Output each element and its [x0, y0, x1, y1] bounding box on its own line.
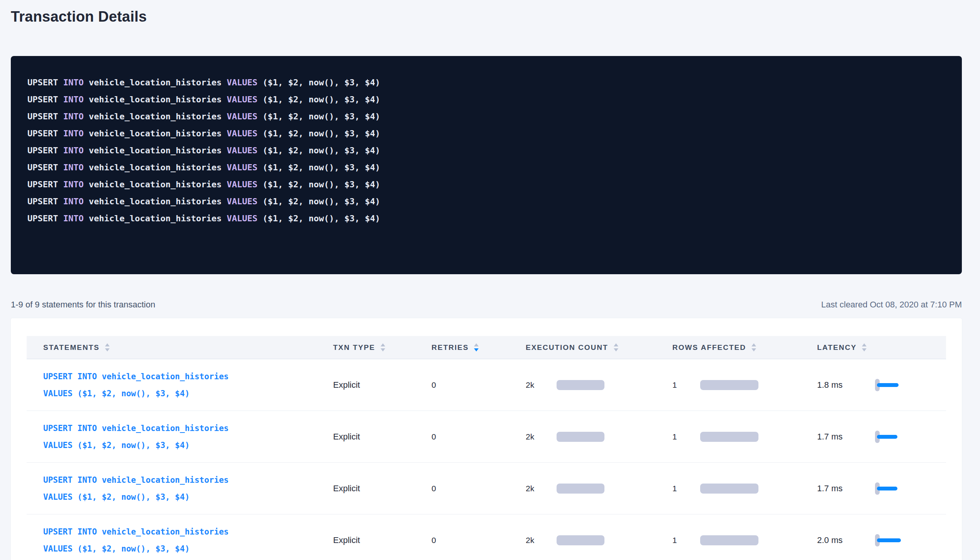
page-title: Transaction Details	[11, 8, 962, 25]
retries-value: 0	[432, 484, 436, 493]
statements-meta-row: 1-9 of 9 statements for this transaction…	[11, 300, 962, 310]
column-header-label: STATEMENTS	[43, 343, 100, 352]
sql-statement-line: UPSERT INTO vehicle_location_histories V…	[27, 210, 954, 227]
rows-affected-bar	[700, 535, 758, 545]
sql-statement-line: UPSERT INTO vehicle_location_histories V…	[27, 108, 954, 125]
sort-icons	[105, 343, 110, 351]
statement-link[interactable]: UPSERT INTO vehicle_location_historiesVA…	[43, 420, 228, 454]
sql-statement-line: UPSERT INTO vehicle_location_histories V…	[27, 125, 954, 142]
statement-link[interactable]: UPSERT INTO vehicle_location_historiesVA…	[43, 472, 228, 506]
sort-icons	[862, 343, 867, 351]
latency-cell: 1.8 ms	[817, 378, 946, 392]
sort-desc-icon	[105, 348, 110, 351]
execution-count-bar	[557, 484, 604, 494]
latency-bar-chart	[875, 430, 906, 443]
last-cleared-text: Last cleared Oct 08, 2020 at 7:10 PM	[821, 300, 962, 310]
rows-affected-cell: 1	[671, 484, 817, 494]
sql-statement-line: UPSERT INTO vehicle_location_histories V…	[27, 176, 954, 193]
statements-table-card: STATEMENTS TXN TYPE RETRIES EXECUTION CO…	[11, 318, 962, 560]
table-row: UPSERT INTO vehicle_location_historiesVA…	[27, 411, 946, 463]
retries-value: 0	[432, 536, 436, 545]
latency-bar	[877, 538, 901, 542]
latency-bar-chart	[875, 534, 906, 547]
rows-affected-value: 1	[672, 536, 677, 545]
rows-affected-cell: 1	[671, 432, 817, 442]
retries-value: 0	[432, 432, 436, 441]
column-header-label: EXECUTION COUNT	[526, 343, 608, 352]
statements-table-body: UPSERT INTO vehicle_location_historiesVA…	[27, 359, 946, 560]
column-header-rows-affected[interactable]: ROWS AFFECTED	[671, 343, 817, 352]
table-row: UPSERT INTO vehicle_location_historiesVA…	[27, 514, 946, 560]
latency-bar-chart	[875, 482, 906, 495]
execution-count-value: 2k	[526, 484, 534, 493]
sort-desc-icon	[614, 348, 618, 351]
txn-type-value: Explicit	[333, 380, 360, 390]
execution-count-value: 2k	[526, 536, 534, 545]
sql-statement-line: UPSERT INTO vehicle_location_histories V…	[27, 159, 954, 176]
execution-count-cell: 2k	[526, 380, 671, 390]
execution-count-cell: 2k	[526, 484, 671, 494]
retries-cell: 0	[430, 535, 526, 545]
statements-table-header: STATEMENTS TXN TYPE RETRIES EXECUTION CO…	[27, 336, 946, 359]
retries-cell: 0	[430, 432, 526, 442]
column-header-statements[interactable]: STATEMENTS	[27, 343, 333, 352]
latency-bar-chart	[875, 378, 906, 392]
txn-type-cell: Explicit	[333, 432, 430, 442]
txn-type-value: Explicit	[333, 484, 360, 493]
txn-type-cell: Explicit	[333, 380, 430, 390]
statement-cell: UPSERT INTO vehicle_location_historiesVA…	[27, 523, 333, 557]
execution-count-bar	[557, 380, 604, 390]
column-header-latency[interactable]: LATENCY	[817, 343, 946, 352]
statement-link[interactable]: UPSERT INTO vehicle_location_historiesVA…	[43, 368, 228, 402]
statements-table: STATEMENTS TXN TYPE RETRIES EXECUTION CO…	[27, 336, 946, 560]
rows-affected-value: 1	[672, 484, 677, 493]
statement-cell: UPSERT INTO vehicle_location_historiesVA…	[27, 420, 333, 454]
execution-count-bar	[557, 432, 604, 442]
execution-count-cell: 2k	[526, 535, 671, 545]
column-header-label: RETRIES	[432, 343, 469, 352]
statement-count-text: 1-9 of 9 statements for this transaction	[11, 300, 155, 310]
latency-value: 2.0 ms	[817, 535, 875, 545]
latency-value: 1.8 ms	[817, 380, 875, 390]
rows-affected-value: 1	[672, 380, 677, 390]
sort-asc-icon	[752, 343, 756, 346]
latency-bar	[877, 383, 899, 387]
retries-cell: 0	[430, 484, 526, 494]
sql-statement-line: UPSERT INTO vehicle_location_histories V…	[27, 74, 954, 91]
latency-value: 1.7 ms	[817, 432, 875, 442]
rows-affected-cell: 1	[671, 380, 817, 390]
latency-value: 1.7 ms	[817, 484, 875, 494]
latency-bar	[877, 487, 897, 490]
sort-desc-icon	[474, 348, 479, 351]
column-header-label: ROWS AFFECTED	[672, 343, 746, 352]
execution-count-bar	[557, 535, 604, 545]
rows-affected-value: 1	[672, 432, 677, 441]
sort-icons	[474, 343, 479, 351]
column-header-txn-type[interactable]: TXN TYPE	[333, 343, 430, 352]
execution-count-value: 2k	[526, 380, 534, 390]
sort-icons	[752, 343, 756, 351]
latency-bar	[877, 435, 897, 439]
column-header-execution-count[interactable]: EXECUTION COUNT	[526, 343, 671, 352]
sort-desc-icon	[862, 348, 867, 351]
statement-cell: UPSERT INTO vehicle_location_historiesVA…	[27, 368, 333, 402]
rows-affected-cell: 1	[671, 535, 817, 545]
sort-asc-icon	[381, 343, 385, 346]
sort-desc-icon	[752, 348, 756, 351]
txn-type-cell: Explicit	[333, 535, 430, 545]
sort-asc-icon	[862, 343, 867, 346]
column-header-retries[interactable]: RETRIES	[430, 343, 526, 352]
rows-affected-bar	[700, 484, 758, 494]
statement-link[interactable]: UPSERT INTO vehicle_location_historiesVA…	[43, 523, 228, 557]
latency-cell: 1.7 ms	[817, 482, 946, 495]
sort-asc-icon	[474, 343, 479, 346]
sort-icons	[614, 343, 618, 351]
execution-count-value: 2k	[526, 432, 534, 441]
txn-type-cell: Explicit	[333, 484, 430, 494]
statement-cell: UPSERT INTO vehicle_location_historiesVA…	[27, 472, 333, 506]
table-row: UPSERT INTO vehicle_location_historiesVA…	[27, 463, 946, 514]
sort-icons	[381, 343, 385, 351]
sort-desc-icon	[381, 348, 385, 351]
column-header-label: TXN TYPE	[333, 343, 375, 352]
txn-type-value: Explicit	[333, 535, 360, 545]
